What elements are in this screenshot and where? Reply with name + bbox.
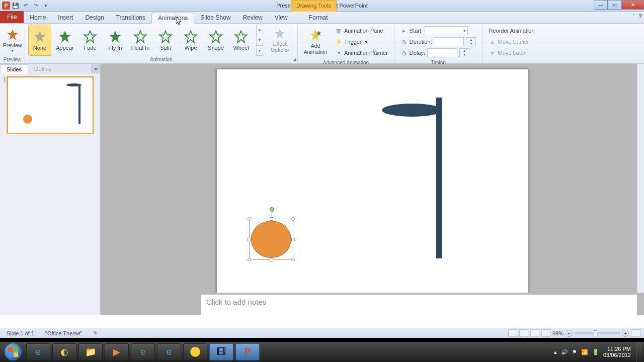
tab-insert[interactable]: Insert [52, 12, 79, 23]
gallery-down-icon[interactable]: ▼ [257, 35, 263, 45]
gallery-scroll[interactable]: ▲ ▼ ▾ [256, 25, 263, 56]
show-desktop-button[interactable] [636, 342, 642, 362]
anim-fade[interactable]: Fade [78, 25, 102, 56]
resize-handle[interactable] [291, 258, 295, 261]
hoop-shape[interactable] [382, 104, 442, 117]
chevron-down-icon: ▼ [364, 40, 368, 44]
resize-handle[interactable] [248, 217, 251, 221]
anim-none[interactable]: None [28, 25, 51, 56]
zoom-in-button[interactable]: + [622, 330, 629, 337]
duration-spin[interactable]: ▲▼ [466, 37, 476, 46]
taskbar-ie[interactable]: e [26, 343, 50, 360]
tab-transitions[interactable]: Transitions [110, 12, 151, 23]
tray-expand-icon[interactable]: ▴ [554, 349, 557, 355]
effect-options-button[interactable]: Effect Options [265, 25, 294, 56]
titlebar: P 💾 ↶ ↷ ▼ Presentation1 - Microsoft Powe… [0, 0, 644, 12]
resize-handle[interactable] [248, 258, 251, 261]
anim-flyin[interactable]: Fly In [104, 25, 127, 56]
pole-shape[interactable] [436, 98, 442, 258]
resize-handle[interactable] [291, 238, 295, 241]
resize-handle[interactable] [291, 217, 295, 221]
animation-pane-button[interactable]: ▥Animation Pane [335, 26, 388, 36]
move-later-button[interactable]: ▼Move Later [489, 48, 534, 58]
preview-button[interactable]: Preview ▼ [3, 25, 22, 56]
close-pane-button[interactable]: × [91, 64, 100, 73]
help-icon[interactable]: ? [638, 13, 642, 19]
vertical-scrollbar[interactable] [637, 64, 644, 293]
svg-marker-10 [275, 29, 285, 39]
notes-pane[interactable]: Click to add notes [201, 293, 637, 315]
resize-handle[interactable] [248, 238, 251, 241]
taskbar-explorer[interactable]: 📁 [78, 343, 103, 360]
trigger-button[interactable]: ⚡Trigger▼ [335, 37, 388, 47]
tab-review[interactable]: Review [236, 12, 268, 23]
sorter-view-button[interactable] [519, 329, 528, 337]
close-button[interactable]: ✕ [622, 0, 644, 10]
taskbar: e ◐ 📁 ▶ e e 🟡 🎞 P ▴ 🔊 ⚑ 📶 🔋 11:26 PM 03/… [0, 342, 644, 362]
anim-split[interactable]: Split [154, 25, 177, 56]
outline-tab[interactable]: Outline [28, 64, 58, 73]
taskbar-wmp[interactable]: ▶ [105, 343, 129, 360]
tray-network-icon[interactable]: 📶 [581, 349, 588, 355]
anim-wipe[interactable]: Wipe [179, 25, 202, 56]
minimize-button[interactable]: — [594, 0, 608, 10]
anim-appear[interactable]: Appear [53, 25, 76, 56]
move-earlier-button[interactable]: ▲Move Earlier [489, 37, 534, 47]
qat-redo-icon[interactable]: ↷ [31, 1, 40, 10]
fit-slide-button[interactable] [631, 329, 641, 337]
qat-dropdown-icon[interactable]: ▼ [41, 1, 50, 10]
ball-shape[interactable] [251, 221, 291, 258]
delay-spin[interactable]: ▲▼ [459, 48, 469, 57]
tab-format[interactable]: Format [303, 12, 334, 23]
svg-marker-1 [34, 31, 45, 42]
add-animation-button[interactable]: Add Animation [301, 26, 330, 57]
tab-design[interactable]: Design [79, 12, 110, 23]
minimize-ribbon-icon[interactable]: ˇ [633, 13, 635, 19]
qat-save-icon[interactable]: 💾 [11, 1, 20, 10]
slide-editor[interactable]: Click to add notes [101, 64, 644, 315]
resize-handle[interactable] [270, 217, 273, 221]
taskbar-chrome[interactable]: 🟡 [183, 343, 207, 360]
tab-home[interactable]: Home [24, 12, 52, 23]
tray-flag-icon[interactable]: ⚑ [572, 349, 577, 355]
start-button[interactable] [2, 343, 24, 361]
taskbar-powerpoint[interactable]: P [235, 343, 260, 360]
tray-volume-icon[interactable]: 🔊 [561, 349, 568, 355]
taskbar-moviemaker[interactable]: 🎞 [209, 343, 233, 360]
spellcheck-icon[interactable]: ✎ [90, 329, 101, 337]
tab-animations[interactable]: Animations [151, 13, 194, 24]
start-combo[interactable]: ▼ [425, 26, 468, 35]
taskbar-app[interactable]: ◐ [52, 343, 76, 360]
clock-icon: ◷ [400, 49, 408, 56]
anim-shape[interactable]: Shape [204, 25, 227, 56]
selection-box[interactable] [249, 219, 293, 260]
tab-view[interactable]: View [269, 12, 294, 23]
slide-canvas[interactable] [216, 69, 528, 305]
normal-view-button[interactable] [508, 329, 517, 337]
maximize-button[interactable]: ▭ [608, 0, 622, 10]
animation-painter-button[interactable]: ✦Animation Painter [335, 48, 388, 58]
ribbon: Preview ▼ Preview None Appear Fade [0, 24, 644, 64]
zoom-slider[interactable] [575, 332, 620, 334]
taskbar-app2[interactable]: e [131, 343, 155, 360]
slide-thumbnail[interactable] [8, 77, 93, 133]
slides-tab[interactable]: Slides [0, 64, 28, 74]
taskbar-ie2[interactable]: e [157, 343, 181, 360]
tab-slideshow[interactable]: Slide Show [194, 12, 236, 23]
tray-clock[interactable]: 11:26 PM 03/06/2012 [603, 346, 631, 358]
slideshow-view-button[interactable] [541, 329, 550, 337]
reading-view-button[interactable] [530, 329, 539, 337]
tab-file[interactable]: File [0, 11, 24, 23]
anim-wheel[interactable]: Wheel [229, 25, 253, 56]
duration-field[interactable] [434, 37, 464, 46]
anim-floatin[interactable]: Float In [129, 25, 152, 56]
gallery-more-icon[interactable]: ▾ [257, 46, 263, 55]
delay-field[interactable] [427, 48, 457, 57]
resize-handle[interactable] [270, 258, 273, 261]
dialog-launcher-icon[interactable]: ◢ [293, 57, 296, 62]
gallery-up-icon[interactable]: ▲ [257, 25, 263, 35]
zoom-out-button[interactable]: − [566, 330, 573, 337]
tray-battery-icon[interactable]: 🔋 [592, 349, 599, 355]
context-tool-label: Drawing Tools [291, 0, 337, 12]
qat-undo-icon[interactable]: ↶ [21, 1, 30, 10]
